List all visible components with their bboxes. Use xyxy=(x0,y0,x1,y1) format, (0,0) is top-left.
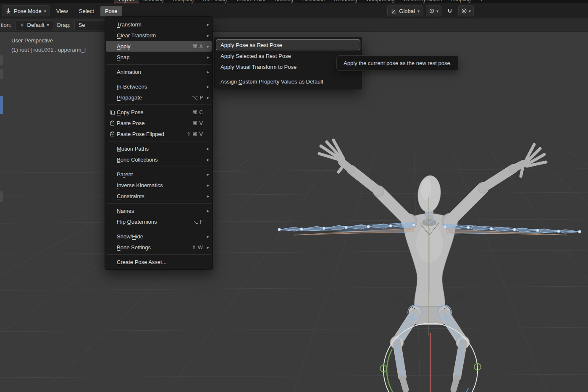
chevron-down-icon: ▾ xyxy=(417,9,420,13)
preset-dropdown[interactable]: Default ▾ xyxy=(15,20,53,30)
menu-item-show-hide[interactable]: Show/Hide ▸ xyxy=(106,231,212,242)
menu-view[interactable]: View xyxy=(52,6,73,16)
chevron-down-icon: ▾ xyxy=(47,23,49,27)
toolbar-button-clipped[interactable] xyxy=(0,55,3,65)
chevron-down-icon: ▾ xyxy=(436,9,438,13)
workspace-tab-shading[interactable]: Shading xyxy=(270,0,298,3)
submenu-arrow-icon: ▸ xyxy=(205,157,209,162)
menu-item-flip-quaternions[interactable]: Flip Quaternions ⌥ F xyxy=(106,216,212,227)
paste-pose-icon xyxy=(108,120,117,126)
menu-item-transform[interactable]: Transform ▸ xyxy=(106,19,212,30)
workspace-tab-uv-editing[interactable]: UV Editing xyxy=(198,0,231,3)
workspace-tab-modeling[interactable]: Modeling xyxy=(139,0,168,3)
submenu-arrow-icon: ▸ xyxy=(205,193,209,199)
submenu-arrow-icon: ▸ xyxy=(205,172,209,177)
menu-item-label: In-Betweens xyxy=(117,84,203,90)
workspace-tab-rendering[interactable]: Rendering xyxy=(329,0,362,3)
menu-item-bone-settings[interactable]: Bone Settings ⇧ W ▸ xyxy=(106,242,212,253)
submenu-arrow-icon: ▸ xyxy=(205,55,209,60)
snap-toggle-button[interactable] xyxy=(444,5,456,16)
menu-item-label: Names xyxy=(117,208,203,214)
mode-selector-dropdown[interactable]: Pose Mode ▾ xyxy=(2,5,50,16)
menu-separator xyxy=(107,79,211,79)
add-workspace-button[interactable]: + xyxy=(475,0,488,3)
menu-item-bone-collections[interactable]: Bone Collections ▸ xyxy=(106,154,212,165)
menu-separator xyxy=(107,64,211,65)
orientation-value: Global xyxy=(399,8,415,14)
menu-item-animation[interactable]: Animation ▸ xyxy=(106,66,212,77)
drag-label: Drag: xyxy=(57,22,71,28)
menu-item-parent[interactable]: Parent ▸ xyxy=(106,169,212,180)
menu-separator xyxy=(107,141,211,141)
menu-item-copy-pose[interactable]: Copy Pose ⌘ C xyxy=(106,107,212,118)
menu-item-in-betweens[interactable]: In-Betweens ▸ xyxy=(106,81,212,92)
menu-item-label: Show/Hide xyxy=(117,233,203,240)
blender-window: { "colors": { "accent_blue": "#4772b3", … xyxy=(0,0,588,392)
menu-pose[interactable]: Pose xyxy=(100,6,122,16)
menu-item-snap[interactable]: Snap ▸ xyxy=(106,52,212,63)
toolbar-button-clipped[interactable] xyxy=(0,69,3,79)
submenu-item-label: Apply Pose as Rest Pose xyxy=(220,42,282,48)
pose-mode-icon xyxy=(5,8,11,14)
submenu-item-label: Apply Visual Transform to Pose xyxy=(220,64,297,70)
workspace-tab-compositing[interactable]: Compositing xyxy=(362,0,399,3)
submenu-item-apply-pose-as-rest-pose[interactable]: Apply Pose as Rest Pose xyxy=(216,39,360,50)
preset-value: Default xyxy=(27,22,45,28)
pivot-point-dropdown[interactable]: ▾ xyxy=(426,5,441,16)
submenu-arrow-icon: ▸ xyxy=(205,245,209,250)
workspace-tab-texture-paint[interactable]: Texture Paint xyxy=(231,0,270,3)
submenu-arrow-icon: ▸ xyxy=(205,84,209,89)
workspace-tab-layout[interactable]: Layout xyxy=(114,0,139,3)
chevron-down-icon: ▾ xyxy=(469,9,471,13)
submenu-item-assign-custom-property-values-as-default[interactable]: Assign Custom Property Values as Default xyxy=(216,76,360,87)
submenu-arrow-icon: ▸ xyxy=(205,33,209,38)
menu-separator xyxy=(107,105,211,105)
menu-item-propagate[interactable]: Propagate ⌥ P ▸ xyxy=(106,92,212,103)
menu-item-clear-transform[interactable]: Clear Transform ▸ xyxy=(106,30,212,41)
tooltip: Apply the current pose as the new rest p… xyxy=(336,55,459,71)
workspace-tab-sculpting[interactable]: Sculpting xyxy=(168,0,198,3)
menu-item-paste-pose-flipped[interactable]: Paste Pose Flipped ⇧ ⌘ V xyxy=(106,128,212,139)
menu-select[interactable]: Select xyxy=(74,6,99,16)
toolbar-button-clipped[interactable] xyxy=(0,191,3,202)
submenu-arrow-icon: ▸ xyxy=(205,44,209,49)
proportional-falloff-dropdown[interactable]: ▾ xyxy=(458,5,474,16)
menu-item-label: Apply xyxy=(117,43,192,50)
workspace-tab-geometry-nodes[interactable]: Geometry Nodes xyxy=(399,0,446,3)
menu-separator xyxy=(107,229,211,229)
menu-item-label: Flip Quaternions xyxy=(117,219,192,225)
menu-item-create-pose-asset[interactable]: Create Pose Asset... xyxy=(106,256,212,267)
menu-item-label: Motion Paths xyxy=(117,146,203,152)
pose-menu: Transform ▸ Clear Transform ▸ Apply ⌘ A … xyxy=(105,16,213,270)
workspace-tab-animation[interactable]: Animation xyxy=(298,0,329,3)
pivot-point-icon xyxy=(429,8,435,14)
menu-item-apply[interactable]: Apply ⌘ A ▸ xyxy=(106,41,212,52)
menu-item-motion-paths[interactable]: Motion Paths ▸ xyxy=(106,143,212,154)
menu-item-constraints[interactable]: Constraints ▸ xyxy=(106,191,212,201)
menu-item-label: Bone Collections xyxy=(117,157,203,163)
drag-mode-value-partial: Se xyxy=(79,22,85,28)
transform-orientation-dropdown[interactable]: Global ▾ xyxy=(387,5,423,16)
tooltip-text: Apply the current pose as the new rest p… xyxy=(344,60,452,66)
toolbar-active-tool-clipped[interactable] xyxy=(0,96,3,114)
menu-item-inverse-kinematics[interactable]: Inverse Kinematics ▸ xyxy=(106,180,212,191)
menu-item-label: Bone Settings xyxy=(117,244,192,251)
copy-pose-icon xyxy=(108,110,117,115)
menu-item-names[interactable]: Names ▸ xyxy=(106,205,212,216)
menu-item-shortcut: ⌥ P xyxy=(192,94,203,101)
workspace-tab-scripting[interactable]: Scripting xyxy=(446,0,475,3)
menu-item-shortcut: ⌥ F xyxy=(192,219,203,225)
submenu-arrow-icon: ▸ xyxy=(205,69,209,75)
workspace-tabs-strip: Layout Modeling Sculpting UV Editing Tex… xyxy=(0,0,588,3)
submenu-item-label: Apply Selected as Rest Pose xyxy=(220,53,291,59)
menu-item-label: Parent xyxy=(117,171,203,178)
menu-item-label: Snap xyxy=(117,54,203,60)
snap-magnet-icon xyxy=(447,8,453,14)
menu-item-label: Propagate xyxy=(117,94,192,101)
menu-item-label: Transform xyxy=(117,21,203,28)
active-object-label: (1) root | root.001 : upperarm_l xyxy=(11,47,86,53)
menu-item-paste-pose[interactable]: Paste Pose ⌘ V xyxy=(106,118,212,128)
orientation-label-clipped: tion: xyxy=(1,22,11,28)
menu-item-shortcut: ⇧ W xyxy=(192,244,203,251)
menu-separator xyxy=(107,167,211,167)
